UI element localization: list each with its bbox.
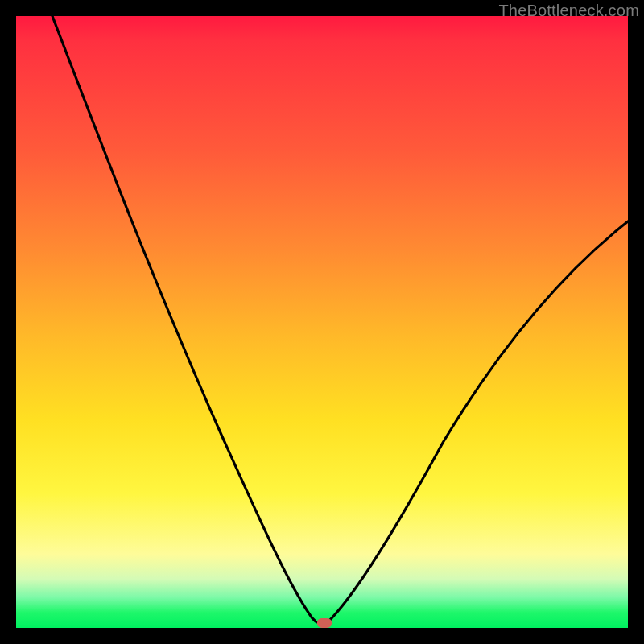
watermark-text: TheBottleneck.com [498, 2, 639, 20]
bottleneck-curve [16, 16, 628, 628]
chart-frame: TheBottleneck.com [0, 0, 644, 644]
selected-config-marker [317, 618, 332, 628]
plot-area [16, 16, 628, 628]
